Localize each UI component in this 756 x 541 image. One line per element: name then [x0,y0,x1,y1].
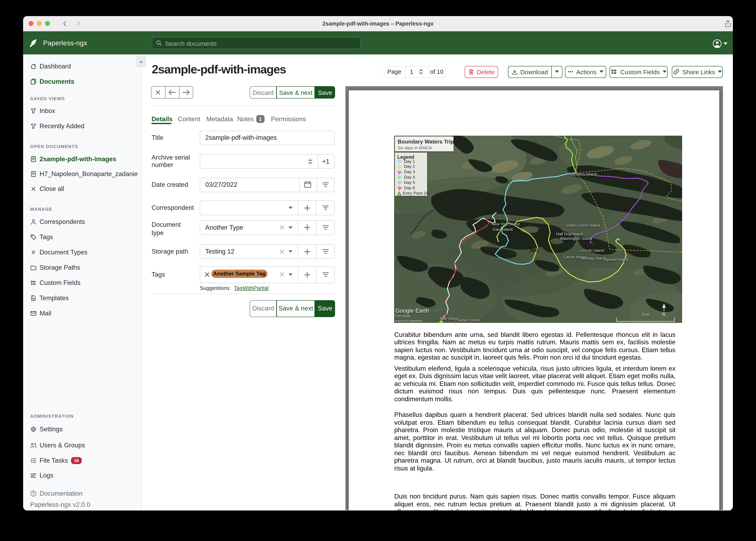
svg-text:N: N [662,311,666,317]
